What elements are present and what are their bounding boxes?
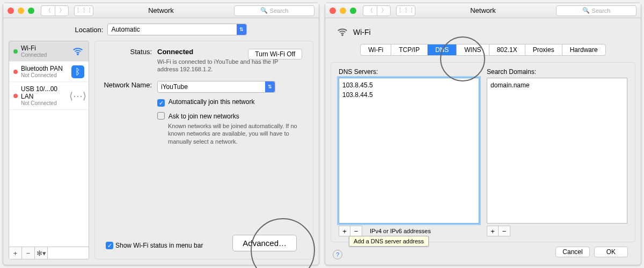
bluetooth-icon: ᛒ (71, 65, 84, 78)
tab-wins[interactable]: WINS (457, 44, 489, 55)
forward-button[interactable]: 〉 (55, 5, 69, 16)
chevron-updown-icon: ⇅ (265, 81, 275, 92)
status-label: Status: (104, 48, 157, 73)
service-status: Not Connected (21, 100, 68, 106)
network-name-select[interactable]: iYouTube ⇅ (157, 81, 275, 93)
search-domain-entry[interactable]: domain.name (491, 80, 624, 90)
nav-buttons: 〈 〉 (363, 5, 391, 16)
search-domains-list[interactable]: domain.name (487, 78, 627, 224)
tab-tcp-ip[interactable]: TCP/IP (391, 44, 428, 55)
search-icon: 🔍 (260, 7, 268, 14)
location-label: Location: (75, 26, 104, 34)
wifi-icon (71, 45, 84, 58)
menubar-label: Show Wi-Fi status in menu bar (115, 242, 203, 249)
service-name: Bluetooth PAN (21, 65, 68, 72)
remove-service-button[interactable]: − (22, 247, 35, 259)
dns-panel: DNS Servers: 103.8.45.5103.8.44.5 + − IP… (331, 62, 635, 242)
dns-note: IPv4 or IPv6 addresses (370, 228, 431, 234)
forward-button[interactable]: 〉 (377, 5, 391, 16)
network-advanced-window: 〈 〉 ⋮⋮⋮ Network 🔍 Search Wi-Fi Wi-FiTCP/… (325, 3, 641, 265)
help-button[interactable]: ? (333, 250, 342, 259)
turn-wifi-off-button[interactable]: Turn Wi-Fi Off (248, 49, 302, 59)
network-name-label: Network Name: (104, 81, 157, 93)
add-domain-button[interactable]: + (487, 226, 499, 236)
search-domains-label: Search Domains: (487, 68, 627, 76)
dns-entry[interactable]: 103.8.44.5 (342, 90, 475, 100)
minimize-icon[interactable] (18, 8, 24, 14)
status-value: Connected (157, 48, 193, 56)
auto-join-label: Automatically join this network (169, 98, 255, 106)
minimize-icon[interactable] (340, 8, 346, 14)
sidebar-item-bluetooth-pan[interactable]: Bluetooth PANNot Connectedᛒ (9, 62, 89, 82)
status-dot (13, 94, 18, 98)
traffic-lights (330, 8, 356, 14)
search-input[interactable]: 🔍 Search (234, 5, 314, 16)
network-prefs-window: 〈 〉 ⋮⋮⋮ Network 🔍 Search Location: Autom… (3, 3, 319, 265)
add-dns-tooltip: Add a DNS server address (349, 236, 429, 247)
close-icon[interactable] (330, 8, 336, 14)
menubar-checkbox[interactable]: ✓ (106, 242, 113, 249)
back-button[interactable]: 〈 (41, 5, 55, 16)
service-name: USB 10/...00 LAN (21, 85, 68, 100)
add-dns-button[interactable]: + (339, 226, 350, 236)
auto-join-checkbox[interactable]: ✓ (157, 99, 165, 107)
location-row: Location: Automatic ⇅ (9, 24, 313, 35)
tab-hardware[interactable]: Hardware (562, 44, 605, 55)
network-services-sidebar: Wi-FiConnectedBluetooth PANNot Connected… (9, 41, 89, 259)
back-button[interactable]: 〈 (363, 5, 377, 16)
chevron-updown-icon: ⇅ (237, 24, 246, 35)
cancel-button[interactable]: Cancel (555, 247, 589, 257)
service-name: Wi-Fi (21, 44, 68, 52)
tab-proxies[interactable]: Proxies (525, 44, 562, 55)
ask-join-checkbox[interactable] (157, 112, 165, 120)
dns-servers-list[interactable]: 103.8.45.5103.8.44.5 (339, 78, 479, 224)
ask-join-detail: Known networks will be joined automatica… (168, 122, 302, 145)
zoom-icon[interactable] (350, 8, 356, 14)
sidebar-item-wi-fi[interactable]: Wi-FiConnected (9, 41, 89, 62)
add-service-button[interactable]: + (9, 247, 22, 259)
tab-802-1x[interactable]: 802.1X (489, 44, 525, 55)
status-dot (13, 70, 18, 74)
tab-wi-fi[interactable]: Wi-Fi (361, 44, 391, 55)
dns-entry[interactable]: 103.8.45.5 (342, 80, 475, 90)
svg-point-1 (342, 35, 343, 36)
ethernet-icon: ⟨⋯⟩ (71, 90, 84, 102)
wifi-icon (336, 26, 349, 39)
ask-join-label: Ask to join new networks (169, 113, 239, 120)
traffic-lights (8, 8, 34, 14)
zoom-icon[interactable] (28, 8, 34, 14)
sidebar-item-usb-10-00-lan[interactable]: USB 10/...00 LANNot Connected⟨⋯⟩ (9, 82, 89, 110)
wifi-label: Wi-Fi (353, 28, 371, 36)
status-detail: Wi-Fi is connected to iYouTube and has t… (157, 58, 286, 73)
ok-button[interactable]: OK (594, 247, 628, 257)
service-actions-button[interactable]: ✻▾ (35, 247, 48, 259)
nav-buttons: 〈 〉 (41, 5, 69, 16)
service-status: Not Connected (21, 72, 68, 78)
search-input[interactable]: 🔍 Search (556, 5, 636, 16)
titlebar: 〈 〉 ⋮⋮⋮ Network 🔍 Search (325, 3, 641, 18)
wifi-header: Wi-Fi (331, 24, 635, 44)
remove-domain-button[interactable]: − (499, 226, 510, 236)
status-dot (13, 49, 18, 54)
wifi-tabs: Wi-FiTCP/IPDNSWINS802.1XProxiesHardware (360, 44, 605, 56)
show-all-button[interactable]: ⋮⋮⋮ (74, 5, 93, 16)
show-all-button[interactable]: ⋮⋮⋮ (396, 5, 415, 16)
location-select[interactable]: Automatic ⇅ (107, 24, 247, 35)
remove-dns-button[interactable]: − (350, 226, 362, 236)
advanced-button[interactable]: Advanced… (232, 235, 297, 251)
svg-point-0 (77, 54, 78, 55)
tab-dns[interactable]: DNS (428, 44, 457, 55)
dns-servers-label: DNS Servers: (339, 68, 479, 76)
detail-pane: Status: Connected Turn Wi-Fi Off Wi-Fi i… (94, 41, 313, 259)
service-status: Connected (21, 52, 68, 58)
search-icon: 🔍 (582, 7, 590, 14)
close-icon[interactable] (8, 8, 14, 14)
titlebar: 〈 〉 ⋮⋮⋮ Network 🔍 Search (3, 3, 319, 18)
